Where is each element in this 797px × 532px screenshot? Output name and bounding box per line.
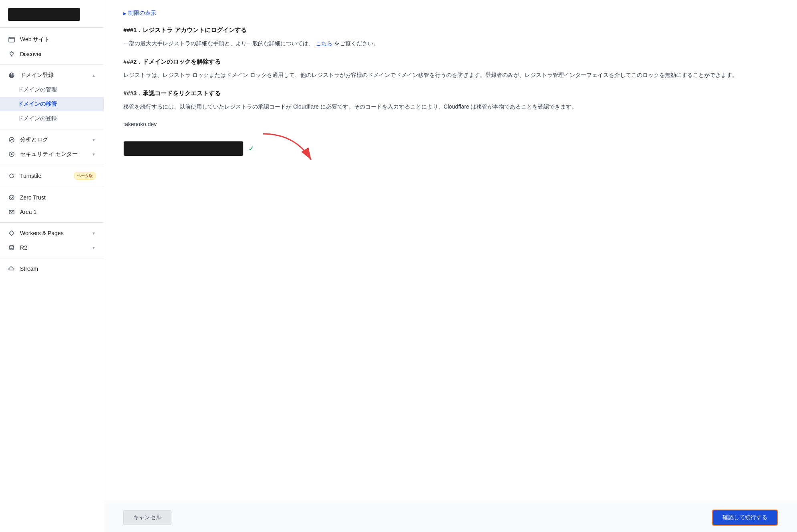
bulb-icon	[8, 50, 15, 58]
sidebar-item-label: Area 1	[20, 209, 96, 215]
sidebar-item-analytics[interactable]: 分析とログ ▼	[0, 133, 104, 147]
sidebar-item-label: Discover	[20, 51, 96, 57]
sidebar-item-security[interactable]: セキュリティ センター ▼	[0, 147, 104, 161]
domain-label: takenoko.dev	[123, 121, 778, 127]
sidebar-nav: Web サイト Discover	[0, 31, 104, 278]
step1-para2-text: をご覧ください。	[334, 40, 379, 46]
domain-input-section: takenoko.dev ✓	[123, 121, 778, 167]
limit-toggle[interactable]: 制限の表示	[123, 10, 778, 17]
step2-heading: ###2．ドメインのロックを解除する	[123, 58, 778, 66]
chevron-up-icon: ▲	[92, 73, 96, 78]
sidebar-item-zerotrust[interactable]: Zero Trust	[0, 190, 104, 205]
globe-icon	[8, 72, 15, 79]
chevron-down-icon: ▼	[92, 246, 96, 250]
sidebar-item-label: ドメイン登録	[20, 72, 87, 79]
svg-line-7	[13, 52, 14, 52]
sidebar-item-label: ドメインの管理	[18, 86, 96, 93]
divider	[0, 258, 104, 258]
sidebar-item-stream[interactable]: Stream	[0, 262, 104, 276]
refresh-icon	[8, 172, 15, 179]
sidebar-item-workers[interactable]: Workers & Pages ▼	[0, 226, 104, 240]
main-content: 制限の表示 ###1．レジストラ アカウントにログインする 一部の最大大手レジス…	[104, 0, 797, 532]
step3-heading: ###3．承認コードをリクエストする	[123, 90, 778, 97]
sidebar-item-label: 分析とログ	[20, 136, 87, 143]
shield-icon	[8, 151, 15, 158]
arrow-annotation	[259, 130, 323, 167]
zerotrust-icon	[8, 194, 15, 201]
chevron-down-icon: ▼	[92, 231, 96, 236]
divider	[0, 165, 104, 165]
step1-link[interactable]: こちら	[316, 40, 332, 46]
svg-rect-0	[9, 37, 14, 42]
input-row: ✓	[123, 130, 778, 167]
sidebar-item-label: Web サイト	[20, 36, 96, 43]
database-icon	[8, 244, 15, 251]
sidebar-item-websites[interactable]: Web サイト	[0, 32, 104, 47]
logo	[8, 8, 80, 21]
browser-icon	[8, 36, 15, 43]
beta-badge: ベータ版	[74, 172, 96, 180]
sidebar-item-label: ドメインの登録	[18, 115, 96, 122]
limit-toggle-label: 制限の表示	[128, 10, 156, 17]
sidebar-item-domain-mgmt[interactable]: ドメインの管理	[0, 83, 104, 97]
sidebar-item-area1[interactable]: Area 1	[0, 205, 104, 219]
diamond-icon	[8, 230, 15, 237]
step-2-block: ###2．ドメインのロックを解除する レジストラは、レジストラ ロックまたはドメ…	[123, 58, 778, 80]
svg-point-20	[10, 246, 14, 247]
content-area: 制限の表示 ###1．レジストラ アカウントにログインする 一部の最大大手レジス…	[104, 0, 797, 503]
step-1-block: ###1．レジストラ アカウントにログインする 一部の最大大手レジストラの詳細な…	[123, 26, 778, 48]
sidebar: Web サイト Discover	[0, 0, 104, 532]
sidebar-item-label: Stream	[20, 266, 96, 272]
sidebar-item-domain-reg[interactable]: ドメイン登録 ▲	[0, 68, 104, 83]
cancel-button[interactable]: キャンセル	[123, 510, 171, 525]
email-icon	[8, 208, 15, 216]
cloud-icon	[8, 265, 15, 272]
chevron-down-icon: ▼	[92, 138, 96, 142]
sidebar-item-label: R2	[20, 244, 87, 251]
divider	[0, 187, 104, 187]
sidebar-item-domain-transfer[interactable]: ドメインの移管	[0, 97, 104, 111]
step2-para: レジストラは、レジストラ ロックまたはドメイン ロックを適用して、他のレジストラ…	[123, 71, 778, 80]
svg-point-3	[10, 52, 13, 55]
svg-marker-19	[9, 231, 14, 236]
step-3-block: ###3．承認コードをリクエストする 移管を続行するには、以前使用していたレジス…	[123, 90, 778, 112]
sidebar-item-label: ドメインの移管	[18, 101, 96, 108]
sidebar-item-label: セキュリティ センター	[20, 151, 87, 158]
chart-icon	[8, 136, 15, 143]
sidebar-item-domain-register[interactable]: ドメインの登録	[0, 111, 104, 126]
sidebar-item-discover[interactable]: Discover	[0, 47, 104, 61]
sidebar-item-label: Workers & Pages	[20, 230, 87, 236]
footer-bar: キャンセル 確認して続行する	[104, 503, 797, 532]
chevron-down-icon: ▼	[92, 152, 96, 157]
step3-para: 移管を続行するには、以前使用していたレジストラの承認コードが Cloudflar…	[123, 102, 778, 112]
step1-heading: ###1．レジストラ アカウントにログインする	[123, 26, 778, 34]
confirm-button[interactable]: 確認して続行する	[712, 510, 778, 526]
step1-para-text: 一部の最大大手レジストラの詳細な手順と、より一般的な詳細については、	[123, 40, 314, 46]
step1-para: 一部の最大大手レジストラの詳細な手順と、より一般的な詳細については、 こちら を…	[123, 39, 778, 48]
auth-code-input[interactable]	[123, 141, 244, 156]
divider	[0, 129, 104, 129]
sidebar-item-label: Zero Trust	[20, 194, 96, 201]
divider	[0, 64, 104, 65]
svg-point-16	[9, 195, 14, 200]
sidebar-item-label: Turnstile	[20, 173, 69, 179]
svg-line-8	[10, 52, 10, 52]
sidebar-item-turnstile[interactable]: Turnstile ベータ版	[0, 168, 104, 183]
svg-point-15	[11, 154, 12, 155]
divider	[0, 222, 104, 223]
red-arrow-svg	[259, 130, 323, 166]
sidebar-item-r2[interactable]: R2 ▼	[0, 240, 104, 255]
sidebar-logo	[0, 0, 104, 28]
checkmark-icon: ✓	[248, 144, 254, 153]
